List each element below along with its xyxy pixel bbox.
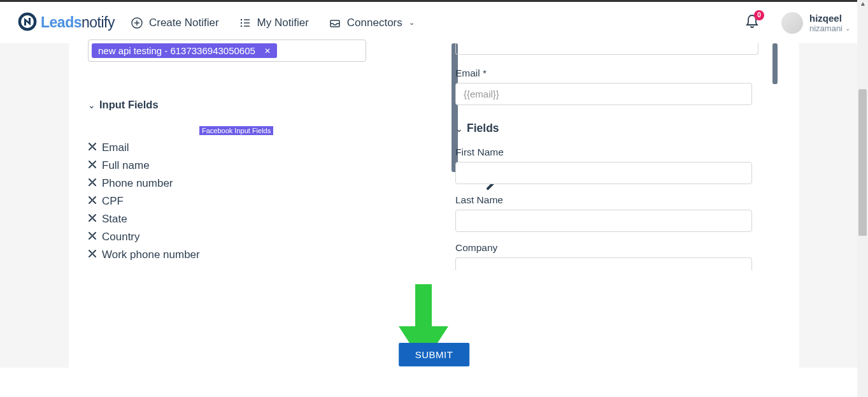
- user-role: nizamani ⌄: [809, 24, 850, 33]
- field-item[interactable]: Full name: [88, 159, 400, 172]
- nav-item-label: My Notifier: [257, 17, 309, 29]
- nav-create-notifier[interactable]: Create Notifier: [131, 17, 219, 29]
- email-input[interactable]: [455, 83, 752, 105]
- field-item[interactable]: State: [88, 213, 400, 226]
- scroll-up-icon[interactable]: ▲: [860, 0, 866, 7]
- inbox-icon: [329, 17, 341, 29]
- lastname-label: Last Name: [455, 194, 780, 206]
- drag-icon: [88, 159, 97, 172]
- input-fields-header[interactable]: ⌄ Input Fields: [88, 99, 400, 111]
- field-label: Full name: [102, 159, 150, 172]
- drag-icon: [88, 195, 97, 208]
- browser-scrollbar[interactable]: ▲: [857, 0, 868, 397]
- notifications-button[interactable]: 0: [746, 14, 758, 32]
- drag-icon: [88, 249, 97, 261]
- list-icon: [239, 17, 251, 29]
- drag-icon: [88, 141, 97, 154]
- nav-my-notifier[interactable]: My Notifier: [239, 17, 309, 29]
- main-nav: Create Notifier My Notifier Connectors ⌄: [131, 17, 415, 29]
- field-label: Email: [102, 141, 129, 154]
- firstname-input[interactable]: [455, 162, 752, 184]
- chevron-down-icon: ⌄: [88, 100, 96, 110]
- form-field-firstname: First Name: [455, 147, 780, 184]
- lastname-input[interactable]: [455, 210, 752, 232]
- drag-icon: [88, 231, 97, 243]
- svg-point-9: [240, 25, 241, 26]
- logo[interactable]: Leadsnotify: [18, 12, 115, 34]
- company-label: Company: [455, 242, 780, 254]
- fields-section-title: Fields: [467, 122, 499, 135]
- logo-text: Leadsnotify: [41, 14, 115, 31]
- nav-connectors[interactable]: Connectors ⌄: [329, 17, 415, 29]
- form-field-email: Email *: [455, 68, 780, 105]
- user-text: hizqeel nizamani ⌄: [809, 13, 850, 33]
- company-input[interactable]: [455, 257, 752, 270]
- tag-label: new api testing - 6137336943050605: [98, 45, 255, 56]
- user-name: hizqeel: [809, 13, 850, 24]
- submit-button[interactable]: SUBMIT: [399, 343, 470, 366]
- chevron-down-icon: ⌄: [845, 25, 850, 32]
- plus-circle-icon: [131, 17, 143, 29]
- field-item[interactable]: Work phone number: [88, 249, 400, 261]
- tag-select[interactable]: new api testing - 6137336943050605 ✕: [88, 40, 366, 62]
- content-area: new api testing - 6137336943050605 ✕ ⌄ I…: [0, 43, 868, 397]
- avatar: [781, 12, 803, 34]
- field-label: Phone number: [102, 177, 173, 190]
- field-item[interactable]: Email: [88, 141, 400, 154]
- left-panel: new api testing - 6137336943050605 ✕ ⌄ I…: [88, 43, 400, 261]
- facebook-fields-badge: Facebook Input Fields: [199, 126, 273, 135]
- logo-icon: [18, 12, 37, 34]
- footer-strip: [0, 368, 868, 397]
- user-menu[interactable]: hizqeel nizamani ⌄: [781, 12, 850, 34]
- field-label: CPF: [102, 195, 124, 208]
- bell-icon: [746, 20, 758, 31]
- close-icon[interactable]: ✕: [264, 47, 271, 55]
- app-header: Leadsnotify Create Notifier My Notifier …: [0, 2, 868, 43]
- field-label: Work phone number: [102, 249, 200, 261]
- input-fields-list: Email Full name Phone number CPF State: [88, 141, 400, 261]
- field-label: State: [102, 213, 127, 226]
- nav-item-label: Create Notifier: [149, 17, 219, 29]
- fields-header[interactable]: ⌄ Fields: [455, 122, 780, 135]
- field-item[interactable]: CPF: [88, 195, 400, 208]
- input-partial[interactable]: [455, 43, 758, 55]
- firstname-label: First Name: [455, 147, 780, 158]
- chevron-down-icon: ⌄: [409, 18, 415, 27]
- drag-icon: [88, 177, 97, 190]
- form-field-company: Company: [455, 242, 780, 270]
- field-item[interactable]: Country: [88, 231, 400, 243]
- scroll-thumb[interactable]: [858, 89, 867, 236]
- svg-point-7: [240, 22, 241, 23]
- email-label: Email *: [455, 68, 780, 79]
- nav-item-label: Connectors: [347, 17, 402, 29]
- field-label: Country: [102, 231, 140, 243]
- drag-icon: [88, 213, 97, 226]
- form-field-lastname: Last Name: [455, 194, 780, 232]
- svg-point-5: [240, 18, 241, 20]
- right-panel: Email * ⌄ Fields First Name Last Name Co…: [455, 43, 780, 270]
- selected-tag: new api testing - 6137336943050605 ✕: [92, 43, 277, 58]
- section-title: Input Fields: [99, 99, 159, 111]
- chevron-down-icon: ⌄: [455, 124, 463, 134]
- notifications-badge: 0: [754, 10, 764, 20]
- field-item[interactable]: Phone number: [88, 177, 400, 190]
- header-right: 0 hizqeel nizamani ⌄: [746, 12, 850, 34]
